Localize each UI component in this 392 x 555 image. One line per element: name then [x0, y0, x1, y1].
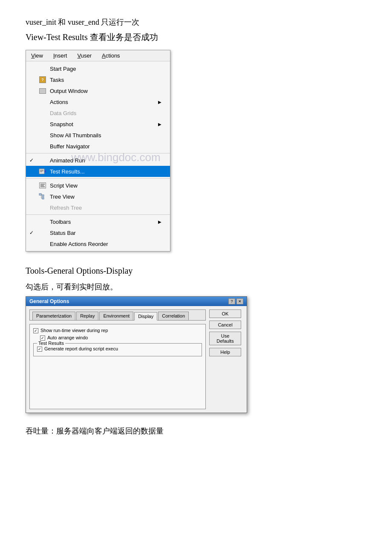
label-animated-run: Animated Run [50, 157, 161, 164]
svg-rect-5 [39, 194, 41, 195]
checkbox-auto-arrange[interactable] [40, 335, 45, 341]
menu-item-test-results[interactable]: Test Results... [26, 166, 170, 177]
tab-display[interactable]: Display [134, 312, 157, 321]
script-icon-img [39, 182, 46, 188]
check-animated-run: ✓ [29, 157, 38, 163]
menu-bar-view[interactable]: View [29, 52, 46, 60]
checkbox-row-3: Generate report during script execu [37, 346, 198, 352]
menu-item-toolbars[interactable]: Toolbars ▶ [26, 216, 170, 227]
icon-snapshot [38, 120, 47, 128]
dialog-titlebar: General Options ? ✕ [26, 297, 247, 306]
icon-toolbars [38, 218, 47, 225]
label-actions: Actions [50, 99, 158, 105]
icon-script-view [38, 182, 47, 189]
check-status-bar: ✓ [29, 230, 38, 236]
tasks-icon-img: ? [39, 76, 46, 83]
icon-thumbnails [38, 131, 47, 139]
label-toolbars: Toolbars [50, 219, 158, 225]
menu-bar-insert[interactable]: Insert [51, 52, 70, 60]
label-thumbnails: Show All Thumbnails [50, 132, 161, 139]
icon-tree-view [38, 193, 47, 200]
label-enable-actions-reorder: Enable Actions Reorder [50, 241, 161, 247]
menu-item-tasks[interactable]: ? Tasks [26, 74, 170, 85]
icon-output-window [38, 87, 47, 95]
menu-item-tree-view[interactable]: Tree View [26, 191, 170, 202]
menu-item-data-grids: Data Grids [26, 107, 170, 119]
separator-3 [26, 214, 170, 215]
svg-rect-6 [42, 195, 44, 197]
tree-icon [39, 193, 46, 200]
script-line2 [40, 185, 44, 186]
dialog-help-btn[interactable]: Help [209, 348, 241, 356]
tab-parameterization[interactable]: Parameterization [32, 312, 75, 320]
label-start-page: Start Page [50, 66, 161, 72]
icon-data-grids [38, 109, 47, 117]
dialog-titlebar-controls: ? ✕ [228, 298, 243, 304]
menu-item-start-page[interactable]: Start Page [26, 63, 170, 74]
menu-item-enable-actions-reorder[interactable]: Enable Actions Reorder [26, 238, 170, 249]
arrow-actions: ▶ [158, 100, 161, 104]
menu-bar-vuser[interactable]: Vuser [75, 52, 94, 60]
menu-bar-actions[interactable]: Actions [99, 52, 123, 60]
checkbox-generate-report[interactable] [37, 347, 42, 352]
dialog-left-panel: Parameterization Replay Environment Disp… [29, 309, 206, 409]
tab-correlation[interactable]: Correlation [158, 312, 189, 320]
script-line3 [40, 186, 45, 187]
menu-item-output-window[interactable]: Output Window [26, 85, 170, 96]
section-subtext: 勾选后，可看到实时回放。 [26, 282, 366, 292]
icon-enable-actions-reorder [38, 240, 47, 248]
section-heading-tools: Tools-General Options-Display [26, 266, 366, 276]
dialog-tab-bar: Parameterization Replay Environment Disp… [29, 309, 206, 321]
dialog-content: Parameterization Replay Environment Disp… [26, 306, 247, 413]
label-script-view: Script View [50, 182, 161, 189]
icon-buffer-navigator [38, 142, 47, 150]
groupbox-title: Test Results [37, 341, 65, 346]
checkbox-show-runtime-viewer[interactable] [33, 328, 38, 333]
icon-animated-run [38, 156, 47, 164]
label-status-bar: Status Bar [50, 230, 161, 236]
icon-start-page [38, 65, 47, 72]
menu-item-buffer-navigator[interactable]: Buffer Navigator [26, 141, 170, 152]
label-tasks: Tasks [50, 77, 161, 83]
label-buffer-navigator: Buffer Navigator [50, 143, 161, 150]
menu-screenshot: www.bingdoc.com View Insert Vuser Action… [26, 50, 170, 264]
menu-item-show-all-thumbnails[interactable]: Show All Thumbnails [26, 130, 170, 141]
menu-item-animated-run[interactable]: ✓ Animated Run [26, 155, 170, 166]
tab-environment[interactable]: Environment [99, 312, 133, 320]
intro-line2: View-Test Results 查看业务是否成功 [26, 32, 366, 43]
dialog-cancel-button[interactable]: Cancel [209, 321, 241, 329]
dialog-use-defaults-button[interactable]: Use Defaults [209, 332, 241, 345]
output-icon-img [39, 88, 46, 94]
checkbox-label-1: Show run-time viewer during rep [40, 328, 108, 333]
test-results-icon [39, 168, 46, 175]
tab-replay[interactable]: Replay [76, 312, 98, 320]
dialog-title: General Options [29, 298, 69, 304]
menu-item-script-view[interactable]: Script View [26, 180, 170, 191]
separator-1 [26, 153, 170, 153]
general-options-dialog: General Options ? ✕ Parameterization Rep… [26, 296, 247, 413]
icon-actions [38, 98, 47, 106]
script-line1 [40, 184, 45, 185]
bottom-text: 吞吐量：服务器端向客户端返回的数据量 [26, 426, 366, 436]
menu-bar: View Insert Vuser Actions [26, 50, 170, 61]
arrow-snapshot: ▶ [158, 122, 161, 127]
icon-status-bar [38, 229, 47, 237]
label-tree-view: Tree View [50, 194, 161, 200]
menu-item-status-bar[interactable]: ✓ Status Bar [26, 227, 170, 238]
icon-refresh-tree [38, 204, 47, 211]
menu-item-actions[interactable]: Actions ▶ [26, 96, 170, 107]
label-output-window: Output Window [50, 88, 161, 94]
dialog-help-button[interactable]: ? [228, 298, 235, 304]
dialog-display-panel: Show run-time viewer during rep Auto arr… [29, 324, 206, 409]
checkbox-row-1: Show run-time viewer during rep [33, 328, 202, 333]
menu-item-refresh-tree: Refresh Tree [26, 202, 170, 213]
dialog-close-button[interactable]: ✕ [236, 298, 243, 304]
label-snapshot: Snapshot [50, 121, 158, 127]
svg-marker-4 [44, 170, 46, 173]
checkbox-label-2: Auto arrange windo [47, 335, 88, 340]
groupbox-test-results: Test Results Generate report during scri… [33, 343, 202, 356]
menu-item-snapshot[interactable]: Snapshot ▶ [26, 119, 170, 130]
label-data-grids: Data Grids [50, 110, 161, 116]
dialog-ok-button[interactable]: OK [209, 309, 241, 318]
checkbox-row-2: Auto arrange windo [33, 335, 202, 341]
